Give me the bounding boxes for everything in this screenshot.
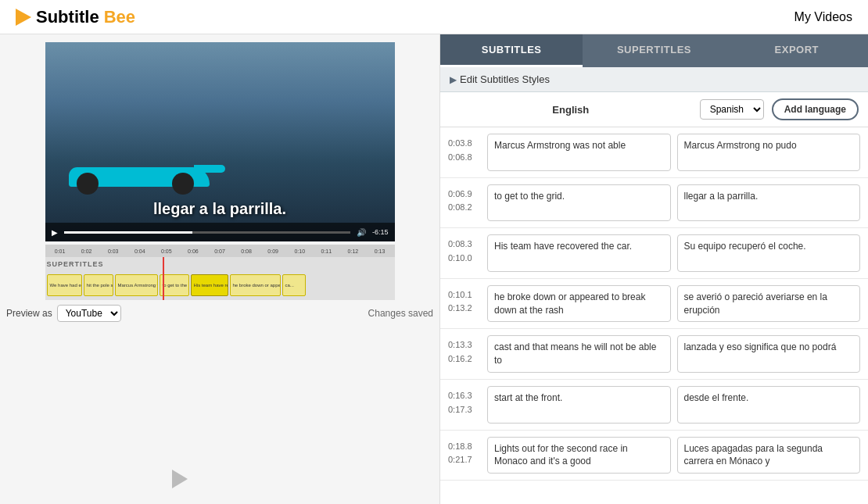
supertitles-track-label: SUPERTITLES: [47, 260, 104, 268]
subtitle-time: 0:18.80:21.7: [448, 437, 481, 467]
timeline-mark: 0:02: [74, 248, 100, 254]
timeline-playhead[interactable]: [163, 257, 164, 300]
preview-label: Preview as: [6, 308, 52, 319]
time-start: 0:10.1: [448, 290, 472, 299]
timeline-mark: 0:05: [153, 248, 180, 254]
video-subtitle-overlay: llegar a la parrilla.: [153, 200, 286, 218]
my-videos-link[interactable]: My Videos: [794, 10, 852, 23]
time-start: 0:06.9: [448, 189, 472, 198]
logo: SubtitleBee: [16, 7, 135, 27]
f1-wheel-rear: [172, 173, 194, 195]
time-end: 0:16.2: [448, 354, 472, 363]
subtitle-time: 0:10.10:13.2: [448, 285, 481, 316]
english-subtitle-input[interactable]: [487, 234, 671, 272]
spanish-subtitle-input[interactable]: [677, 335, 861, 373]
subtitle-row: 0:10.10:13.2: [440, 279, 868, 330]
changes-saved-status: Changes saved: [368, 308, 433, 319]
spanish-subtitle-input[interactable]: [677, 437, 861, 474]
logo-play-icon: [16, 9, 31, 26]
time-end: 0:17.3: [448, 405, 472, 414]
timeline-clip[interactable]: he broke down or appeared to break down …: [230, 274, 281, 296]
video-time-display: -6:15: [372, 228, 389, 236]
subtitle-row: 0:08.30:10.0: [440, 228, 868, 279]
language-select[interactable]: Spanish: [700, 99, 764, 120]
spanish-subtitle-input[interactable]: [677, 234, 861, 272]
video-controls[interactable]: ▶ 🔊 -6:15: [45, 223, 395, 241]
time-start: 0:16.3: [448, 391, 472, 400]
timeline-clip[interactable]: ca...: [282, 274, 306, 296]
tabs-bar: SUBTITLES SUPERTITLES EXPORT: [440, 34, 868, 67]
f1-car-graphic: [61, 148, 217, 195]
timeline-mark: 0:11: [313, 248, 339, 254]
timeline-mark: 0:10: [286, 248, 313, 254]
english-subtitle-input[interactable]: [487, 184, 671, 222]
spanish-subtitle-input[interactable]: [677, 285, 861, 323]
logo-subtitle-text: Subtitle: [36, 7, 99, 27]
timeline-clip[interactable]: His team have recovered the car.: [191, 274, 228, 296]
timeline-ruler: 0:010:020:030:040:050:060:070:080:090:10…: [45, 245, 395, 257]
subtitle-list: 0:03.80:06.80:06.90:08.20:08.30:10.00:10…: [440, 127, 868, 504]
english-subtitle-input[interactable]: [487, 335, 671, 373]
time-start: 0:13.3: [448, 340, 472, 349]
subtitle-row: 0:18.80:21.7: [440, 431, 868, 481]
timeline-mark: 0:12: [339, 248, 366, 254]
tab-subtitles[interactable]: SUBTITLES: [440, 34, 583, 67]
left-panel: llegar a la parrilla. ▶ 🔊 -6:15 0:010:02…: [0, 34, 439, 504]
subtitle-row: 0:06.90:08.2: [440, 178, 868, 229]
spanish-subtitle-input[interactable]: [677, 386, 861, 424]
timeline: 0:010:020:030:040:050:060:070:080:090:10…: [45, 245, 395, 300]
timeline-clip[interactable]: hit the pole sitter: [84, 274, 113, 296]
video-background: llegar a la parrilla.: [45, 42, 395, 241]
preview-select[interactable]: YouTube: [57, 305, 121, 322]
header: SubtitleBee My Videos: [0, 0, 868, 34]
preview-bar: Preview as YouTube Changes saved: [0, 300, 439, 327]
english-subtitle-input[interactable]: [487, 437, 671, 474]
edit-styles-row[interactable]: ▶ Edit Subtitles Styles: [440, 67, 868, 92]
logo-bee-text: Bee: [104, 7, 135, 27]
video-play-button[interactable]: ▶: [52, 228, 58, 237]
video-progress-fill: [64, 231, 193, 234]
video-player[interactable]: llegar a la parrilla. ▶ 🔊 -6:15: [45, 42, 395, 241]
add-language-button[interactable]: Add language: [772, 98, 859, 120]
subtitle-time: 0:08.30:10.0: [448, 234, 481, 265]
timeline-tracks[interactable]: SUPERTITLES We have had early drama.hit …: [45, 257, 395, 300]
video-progress-bar[interactable]: [64, 231, 350, 234]
timeline-mark: 0:03: [100, 248, 127, 254]
timeline-mark: 0:06: [180, 248, 206, 254]
f1-car-nose: [194, 165, 225, 173]
chevron-right-icon: ▶: [450, 74, 457, 85]
timeline-clip-row: We have had early drama.hit the pole sit…: [47, 273, 395, 298]
subtitle-row: 0:03.80:06.8: [440, 127, 868, 178]
subtitle-row: 0:13.30:16.2: [440, 329, 868, 380]
time-start: 0:03.8: [448, 138, 472, 148]
time-end: 0:08.2: [448, 202, 472, 212]
time-end: 0:10.0: [448, 253, 472, 263]
tab-supertitles[interactable]: SUPERTITLES: [583, 34, 725, 67]
edit-styles-label[interactable]: Edit Subtitles Styles: [460, 73, 550, 85]
subtitle-time: 0:16.30:17.3: [448, 386, 481, 416]
timeline-mark: 0:04: [127, 248, 153, 254]
subtitle-row: 0:16.30:17.3: [440, 380, 868, 431]
language-header: English Spanish Add language: [440, 92, 868, 127]
time-end: 0:13.2: [448, 303, 472, 313]
timeline-mark: 0:01: [47, 248, 74, 254]
english-subtitle-input[interactable]: [487, 134, 671, 171]
spanish-language-wrap: Spanish: [700, 99, 764, 120]
time-start: 0:08.3: [448, 239, 472, 248]
right-panel: SUBTITLES SUPERTITLES EXPORT ▶ Edit Subt…: [439, 34, 868, 504]
time-start: 0:18.8: [448, 441, 472, 451]
header-nav[interactable]: My Videos: [794, 10, 852, 24]
english-subtitle-input[interactable]: [487, 386, 671, 424]
time-end: 0:21.7: [448, 455, 472, 464]
spanish-subtitle-input[interactable]: [677, 134, 861, 171]
timeline-clip[interactable]: We have had early drama.: [47, 274, 82, 296]
spanish-subtitle-input[interactable]: [677, 184, 861, 222]
f1-wheel-front: [77, 173, 99, 195]
bottom-play-button[interactable]: [172, 470, 188, 488]
video-volume-icon[interactable]: 🔊: [357, 228, 366, 237]
english-subtitle-input[interactable]: [487, 285, 671, 323]
subtitle-time: 0:03.80:06.8: [448, 134, 481, 164]
tab-export[interactable]: EXPORT: [726, 34, 868, 67]
timeline-clip[interactable]: Marcus Armstrong was not able: [115, 274, 158, 296]
timeline-mark: 0:07: [206, 248, 233, 254]
